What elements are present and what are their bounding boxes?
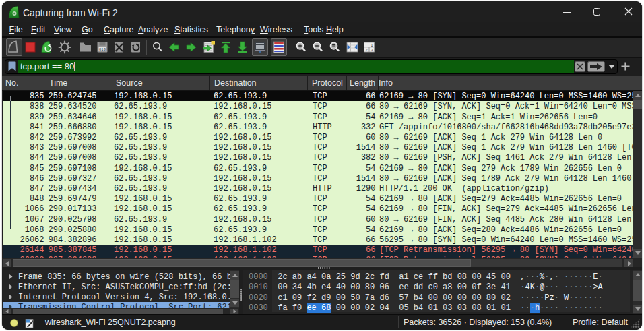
svg-text:010: 010 bbox=[99, 47, 106, 52]
